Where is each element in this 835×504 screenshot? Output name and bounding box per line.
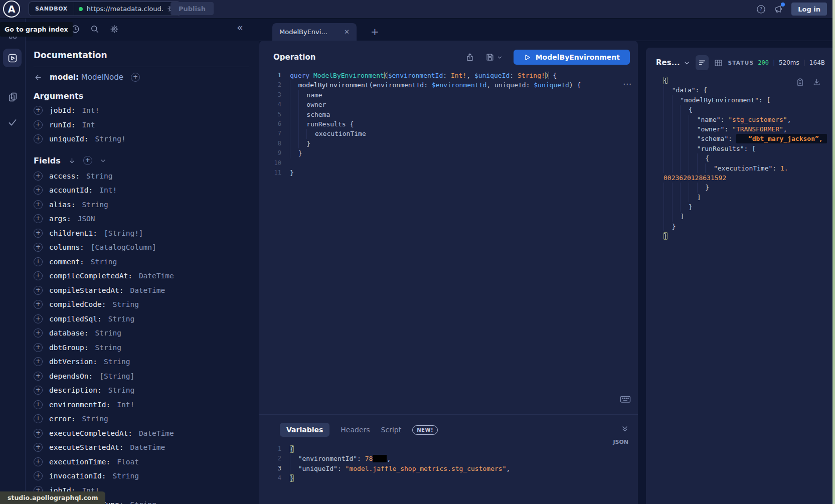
doc-field-row[interactable]: +columns:[CatalogColumn] [34, 240, 249, 255]
add-field-button[interactable]: + [34, 314, 43, 323]
field-type[interactable]: Int [82, 121, 95, 129]
add-field-button[interactable]: + [34, 243, 43, 252]
add-field-button[interactable]: + [34, 300, 43, 309]
doc-field-row[interactable]: +args:JSON [34, 212, 249, 226]
add-field-button[interactable]: + [34, 386, 43, 395]
add-field-button[interactable]: + [34, 186, 43, 195]
field-type[interactable]: Int! [117, 401, 134, 409]
add-field-button[interactable]: + [34, 328, 43, 338]
field-type[interactable]: String [113, 300, 139, 308]
doc-field-row[interactable]: +compiledSql:String [34, 312, 249, 326]
field-type[interactable]: String [82, 415, 108, 423]
doc-field-row[interactable]: +dbtGroup:String [34, 341, 249, 355]
schema-nav-item[interactable] [0, 92, 25, 102]
doc-field-row[interactable]: +accountId:Int! [34, 183, 249, 198]
announcements-icon[interactable] [773, 4, 784, 14]
doc-field-row[interactable]: +executionTime:Float [34, 455, 249, 469]
doc-field-row[interactable]: +description:String [34, 383, 249, 398]
table-view-toggle[interactable] [714, 59, 723, 67]
field-type[interactable]: [CatalogColumn] [91, 243, 156, 251]
add-field-button[interactable]: + [34, 200, 43, 209]
field-type[interactable]: String [113, 472, 139, 480]
add-field-button[interactable]: + [34, 106, 43, 115]
chevron-down-icon[interactable] [100, 157, 106, 164]
share-icon[interactable] [465, 53, 474, 62]
tab-script[interactable]: Script [381, 426, 402, 434]
search-icon[interactable] [90, 25, 99, 34]
field-type[interactable]: DateTime [139, 272, 174, 280]
doc-field-row[interactable]: +jobId:Int! [34, 103, 249, 118]
doc-field-row[interactable]: +environmentId:Int! [34, 398, 249, 412]
publish-button[interactable]: Publish [171, 2, 214, 15]
new-tab-button[interactable]: + [371, 27, 379, 37]
explorer-nav-item[interactable] [3, 49, 22, 67]
doc-field-row[interactable]: +runId:Int [34, 118, 249, 132]
apollo-logo[interactable]: A [3, 1, 20, 18]
doc-field-row[interactable]: +executeStartedAt:DateTime [34, 440, 249, 455]
doc-field-row[interactable]: +compileStartedAt:DateTime [34, 283, 249, 298]
add-field-button[interactable]: + [34, 257, 43, 266]
add-field-button[interactable]: + [34, 471, 43, 480]
collapse-sidebar-icon[interactable]: « [237, 22, 243, 34]
field-type[interactable]: Int! [82, 106, 99, 114]
login-button[interactable]: Log in [791, 3, 827, 16]
tab-operation[interactable]: ModelByEnvi... ✕ [272, 23, 357, 41]
field-type[interactable]: Int! [99, 186, 117, 194]
field-type[interactable]: String [86, 172, 112, 180]
operation-editor[interactable]: 1query ModelByEnvironment($environmentId… [259, 71, 638, 178]
doc-field-row[interactable]: +uniqueId:String! [34, 132, 249, 146]
back-icon[interactable] [34, 73, 42, 82]
field-type[interactable]: DateTime [130, 443, 165, 451]
add-all-fields-button[interactable]: + [83, 156, 92, 165]
doc-field-row[interactable]: +alias:String [34, 198, 249, 212]
field-type[interactable]: String [95, 344, 121, 352]
add-field-button[interactable]: + [34, 214, 43, 223]
save-options-chevron-icon[interactable] [497, 55, 503, 60]
endpoint-url-input[interactable]: https://metadata.cloud.get [74, 2, 180, 16]
doc-field-row[interactable]: +comment:String [34, 255, 249, 269]
add-field-button[interactable]: + [34, 271, 43, 280]
doc-field-row[interactable]: +database:String [34, 326, 249, 341]
doc-field-row[interactable]: +dbtVersion:String [34, 355, 249, 369]
doc-field-row[interactable]: +executeCompletedAt:DateTime [34, 426, 249, 441]
field-type[interactable]: String [91, 258, 117, 266]
doc-field-row[interactable]: +childrenL1:[String!] [34, 226, 249, 241]
add-field-button[interactable]: + [34, 286, 43, 295]
doc-field-row[interactable]: +compileCompletedAt:DateTime [34, 269, 249, 283]
add-type-button[interactable]: + [131, 73, 140, 82]
tab-headers[interactable]: Headers [341, 426, 370, 434]
field-type[interactable]: DateTime [130, 286, 165, 294]
add-field-button[interactable]: + [34, 372, 43, 381]
field-type[interactable]: [String] [99, 372, 134, 380]
doc-field-row[interactable]: +compiledCode:String [34, 297, 249, 312]
add-field-button[interactable]: + [34, 443, 43, 452]
checklist-nav-item[interactable] [0, 117, 25, 127]
field-type[interactable]: String [108, 386, 134, 394]
download-response-icon[interactable] [812, 78, 821, 87]
add-field-button[interactable]: + [34, 429, 43, 438]
help-icon[interactable]: ? [756, 5, 766, 14]
add-field-button[interactable]: + [34, 134, 43, 143]
copy-response-icon[interactable] [796, 78, 804, 87]
field-type[interactable]: DateTime [139, 429, 174, 437]
field-type[interactable]: String [130, 500, 156, 504]
run-operation-button[interactable]: ModelByEnvironment [514, 50, 630, 65]
field-type[interactable]: String [104, 358, 130, 366]
tab-variables[interactable]: Variables [280, 423, 329, 437]
add-field-button[interactable]: + [34, 357, 43, 366]
add-field-button[interactable]: + [34, 343, 43, 352]
field-type[interactable]: Float [117, 458, 139, 466]
add-field-button[interactable]: + [34, 120, 43, 129]
field-type[interactable]: JSON [78, 215, 95, 223]
doc-field-row[interactable]: +invocationId:String [34, 469, 249, 483]
response-title-dropdown[interactable]: Res... [656, 58, 690, 67]
doc-field-row[interactable]: +dependsOn:[String] [34, 369, 249, 384]
collapse-panel-icon[interactable] [621, 425, 629, 433]
add-field-button[interactable]: + [34, 457, 43, 466]
field-type[interactable]: String! [95, 135, 126, 143]
close-tab-icon[interactable]: ✕ [344, 28, 350, 36]
field-type[interactable]: String [95, 329, 121, 337]
add-field-button[interactable]: + [34, 229, 43, 238]
editor-options-button[interactable]: ⋯ [623, 79, 632, 89]
field-type[interactable]: String [108, 315, 134, 323]
